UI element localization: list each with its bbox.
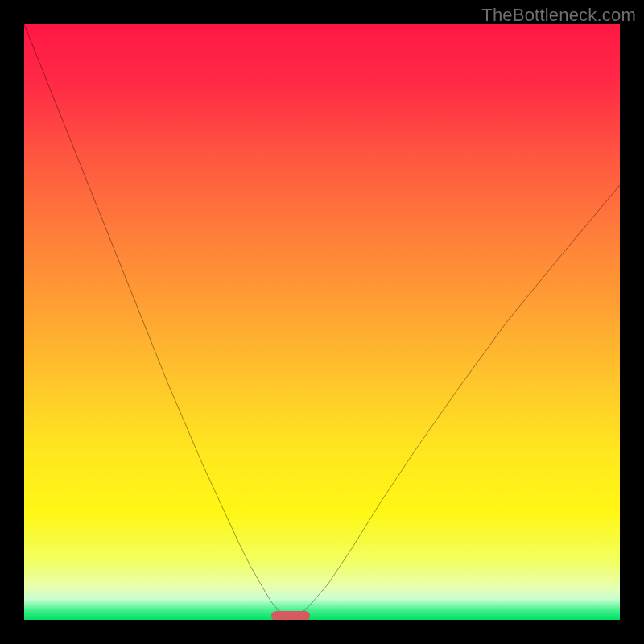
watermark-text: TheBottleneck.com: [481, 5, 636, 26]
minimum-marker: [271, 611, 310, 620]
bottleneck-curve: [24, 24, 620, 620]
chart-frame: TheBottleneck.com: [0, 0, 644, 644]
plot-area: [24, 24, 620, 620]
